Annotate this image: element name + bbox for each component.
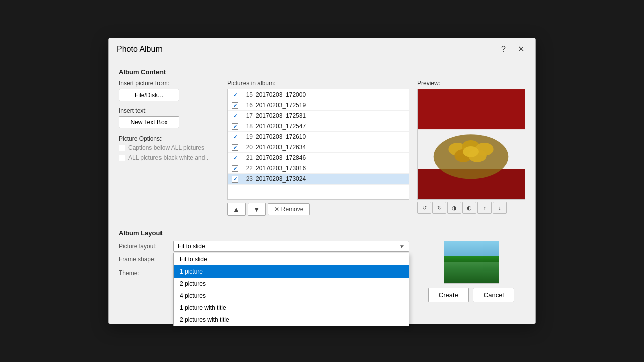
caption-checkbox[interactable] [119,145,125,151]
dropdown-option[interactable]: 4 pictures [174,290,409,302]
list-item[interactable]: 19 20170203_172610 [228,132,409,142]
x-icon: ✕ [274,206,279,213]
cancel-button[interactable]: Cancel [473,288,514,302]
item-number: 20 [242,144,253,151]
contrast-button[interactable]: ◑ [447,202,461,214]
item-name: 20170203_172547 [256,123,306,130]
right-panel: Preview: [417,80,525,216]
layout-panel: Picture layout: Fit to slide ▼ Fit to sl… [119,241,409,283]
theme-thumbnail-image [444,241,499,283]
list-controls: ▲ ▼ ✕ Remove [227,203,409,216]
bw-option-row: ALL pictures black white and . [119,154,219,161]
preview-image [418,89,525,200]
album-content-title: Album Content [119,68,525,76]
create-button[interactable]: Create [428,288,469,302]
action-buttons: Create Cancel [428,288,515,302]
item-checkbox[interactable] [232,102,238,109]
album-layout-title: Album Layout [119,229,525,237]
insert-text-label: Insert text: [119,107,219,114]
picture-options-label: Picture Options: [119,135,219,142]
item-checkbox[interactable] [232,165,238,172]
pictures-list: 15 20170203_172000 16 20170203_172519 17… [228,89,409,185]
frame-shape-label: Frame shape: [119,256,169,263]
dropdown-option[interactable]: 1 picture [174,265,409,278]
item-checkbox[interactable] [232,134,238,140]
item-name: 20170203_172610 [256,133,306,140]
move-up-button[interactable]: ▲ [227,203,246,216]
item-checkbox[interactable] [232,92,238,98]
svg-rect-0 [418,89,525,129]
section-divider [119,224,525,224]
list-item[interactable]: 22 20170203_173016 [228,163,409,174]
list-item[interactable]: 20 20170203_172634 [228,142,409,153]
photo-album-dialog: Photo Album ? ✕ Album Content Insert pic… [108,38,536,324]
new-text-box-button[interactable]: New Text Box [119,116,179,128]
pictures-in-album-label: Pictures in album: [227,80,409,87]
remove-button[interactable]: ✕ Remove [268,203,310,215]
title-bar: Photo Album ? ✕ [109,38,535,60]
caption-option-label: Captions below ALL pictures [128,144,204,151]
item-name: 20170203_172519 [256,102,306,109]
item-checkbox[interactable] [232,155,238,161]
dropdown-option[interactable]: 2 pictures with title [174,314,409,326]
decrease-size-button[interactable]: ↓ [493,202,507,214]
left-panel: Insert picture from: File/Disk... Insert… [119,80,219,216]
svg-point-9 [463,146,479,157]
bottom-right-panel: Create Cancel [417,241,525,302]
theme-thumbnail [444,241,499,284]
pictures-list-container[interactable]: 15 20170203_172000 16 20170203_172519 17… [227,89,409,200]
picture-layout-value: Fit to slide [178,243,205,250]
image-controls-row: ↺ ↻ ◑ ◐ ↑ ↓ [417,202,525,214]
top-area: Insert picture from: File/Disk... Insert… [119,80,525,216]
item-checkbox[interactable] [232,113,238,119]
item-name: 20170203_173024 [256,175,306,183]
theme-label: Theme: [119,269,169,277]
move-down-button[interactable]: ▼ [248,203,266,216]
item-number: 23 [242,175,253,183]
increase-size-button[interactable]: ↑ [477,202,492,214]
preview-box [417,89,525,200]
list-item[interactable]: 23 20170203_173024 [228,174,409,185]
item-name: 20170203_172846 [256,154,306,161]
item-number: 19 [242,133,253,140]
brightness-button[interactable]: ◐ [462,202,476,214]
item-checkbox[interactable] [232,176,238,183]
title-bar-controls: ? ✕ [498,43,527,55]
item-number: 15 [242,91,253,98]
item-number: 22 [242,165,253,172]
close-button[interactable]: ✕ [515,43,527,55]
dropdown-option[interactable]: Fit to slide [174,253,409,265]
bw-option-label: ALL pictures black white and . [128,154,208,161]
item-checkbox[interactable] [232,123,238,130]
file-disk-button[interactable]: File/Disk... [119,89,179,101]
list-item[interactable]: 21 20170203_172846 [228,153,409,163]
picture-layout-label: Picture layout: [119,243,169,250]
help-button[interactable]: ? [498,44,509,55]
bw-checkbox[interactable] [119,155,125,161]
picture-layout-row: Picture layout: Fit to slide ▼ [119,241,409,252]
picture-layout-select[interactable]: Fit to slide ▼ [173,241,409,252]
list-item[interactable]: 18 20170203_172547 [228,121,409,132]
dropdown-option[interactable]: 2 pictures [174,278,409,290]
item-number: 18 [242,123,253,130]
insert-picture-label: Insert picture from: [119,80,219,87]
layout-dropdown[interactable]: Fit to slide1 picture2 pictures4 picture… [173,253,409,326]
list-item[interactable]: 15 20170203_172000 [228,89,409,100]
caption-option-row: Captions below ALL pictures [119,144,219,151]
dialog-body: Album Content Insert picture from: File/… [109,60,535,310]
list-item[interactable]: 17 20170203_172531 [228,111,409,121]
preview-label: Preview: [417,80,525,87]
item-number: 17 [242,112,253,119]
item-number: 21 [242,154,253,161]
rotate-right-button[interactable]: ↻ [432,202,446,214]
rotate-left-button[interactable]: ↺ [417,202,431,214]
item-checkbox[interactable] [232,144,238,151]
item-name: 20170203_173016 [256,165,306,172]
dropdown-option[interactable]: 1 picture with title [174,302,409,314]
picture-layout-container: Picture layout: Fit to slide ▼ Fit to sl… [119,241,409,252]
item-number: 16 [242,102,253,109]
dialog-title: Photo Album [117,45,163,54]
item-name: 20170203_172634 [256,144,306,151]
list-item[interactable]: 16 20170203_172519 [228,100,409,111]
item-name: 20170203_172000 [256,91,306,98]
